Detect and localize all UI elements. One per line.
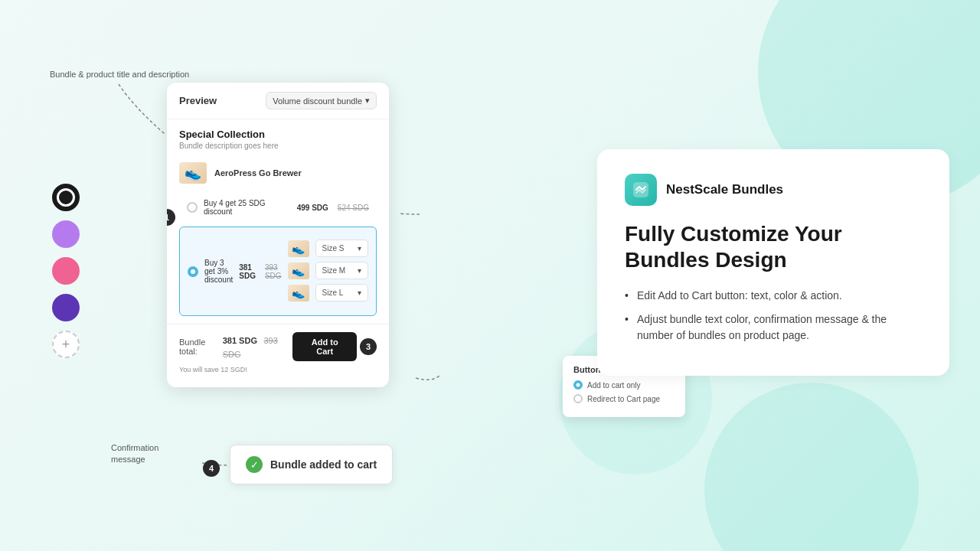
brand-name: NestScale Bundles — [666, 182, 783, 197]
radio-option-2 — [188, 266, 198, 277]
size-row-1: 👟 Size S ▾ — [288, 240, 368, 257]
size-image-1: 👟 — [288, 240, 309, 257]
bullet-item-1: Edit Add to Cart button: text, color & a… — [625, 288, 922, 304]
bg-circle-2 — [704, 383, 919, 551]
popup-radio-2 — [573, 394, 583, 403]
bundle-options: Buy 4 get 25 SDG discount 499 SDG 524 SD… — [167, 190, 389, 324]
chevron-down-icon: ▾ — [358, 244, 361, 253]
preview-card: 1 Preview Volume discount bundle ▾ Speci… — [167, 83, 389, 387]
size-image-3: 👟 — [288, 285, 309, 302]
confirmation-message: ✓ Bundle added to cart — [230, 445, 393, 484]
chevron-down-icon: ▾ — [358, 289, 361, 297]
bundle-total: Bundle total: 381 SDG 393 SDG Add to Car… — [179, 332, 377, 361]
collection-desc: Bundle description goes here — [179, 142, 377, 150]
collection-section: Special Collection Bundle description go… — [167, 119, 389, 156]
size-row-2: 👟 Size M ▾ — [288, 262, 368, 279]
total-price: 381 SDG — [223, 336, 257, 345]
total-label: Bundle total: — [179, 337, 223, 356]
brand-icon — [625, 174, 657, 206]
add-to-cart-button[interactable]: Add to Cart — [292, 332, 357, 361]
card-footer: Bundle total: 381 SDG 393 SDG Add to Car… — [167, 324, 389, 387]
color-purple-light[interactable] — [52, 220, 80, 248]
confirmation-text: Bundle added to cart — [270, 458, 377, 471]
annotation-4: Confirmationmessage — [111, 442, 158, 466]
size-image-2: 👟 — [288, 262, 309, 279]
check-icon: ✓ — [246, 456, 263, 473]
collection-title: Special Collection — [179, 129, 377, 140]
size-select-3[interactable]: Size L ▾ — [315, 284, 368, 302]
product-name: AeroPress Go Brewer — [214, 168, 302, 178]
preview-header: Preview Volume discount bundle ▾ — [167, 83, 389, 119]
popup-option-1[interactable]: Add to cart only — [573, 380, 675, 390]
add-color-button[interactable]: + — [52, 331, 80, 358]
popup-radio-1 — [573, 380, 583, 390]
bullet-item-2: Adjust bundle text color, confirmation m… — [625, 311, 922, 344]
annotation-1: Bundle & product title and description — [50, 69, 189, 80]
size-selectors: 👟 Size S ▾ 👟 Size M ▾ 👟 Si — [288, 240, 368, 306]
info-panel: NestScale Bundles Fully Customize YourBu… — [597, 149, 949, 376]
preview-title: Preview — [179, 95, 217, 106]
size-row-3: 👟 Size L ▾ — [288, 284, 368, 302]
step-badge-4: 4 — [203, 460, 220, 477]
step-badge-3: 3 — [360, 338, 377, 355]
bullet-list: Edit Add to Cart button: text, color & a… — [625, 288, 922, 344]
product-image: 👟 — [179, 162, 207, 184]
popup-option-2[interactable]: Redirect to Cart page — [573, 394, 675, 403]
size-select-2[interactable]: Size M ▾ — [315, 262, 368, 279]
color-purple-dark[interactable] — [52, 294, 80, 321]
panel-heading: Fully Customize YourBundles Design — [625, 221, 922, 272]
color-palette: + — [52, 184, 80, 358]
bundle-option-2[interactable]: Buy 3 get 3% discount 381 SDG 393 SDG 👟 … — [179, 227, 377, 316]
chevron-down-icon: ▾ — [365, 96, 370, 106]
chevron-down-icon: ▾ — [358, 266, 361, 275]
bundle-type-select[interactable]: Volume discount bundle ▾ — [266, 92, 377, 109]
radio-option-1 — [187, 202, 198, 213]
size-select-1[interactable]: Size S ▾ — [315, 240, 368, 257]
brand-header: NestScale Bundles — [625, 174, 922, 206]
product-row: 👟 AeroPress Go Brewer — [167, 156, 389, 190]
color-pink[interactable] — [52, 257, 80, 285]
bundle-option-1[interactable]: Buy 4 get 25 SDG discount 499 SDG 524 SD… — [179, 193, 377, 222]
savings-text: You will save 12 SGD! — [179, 366, 377, 373]
color-black[interactable] — [52, 184, 80, 211]
